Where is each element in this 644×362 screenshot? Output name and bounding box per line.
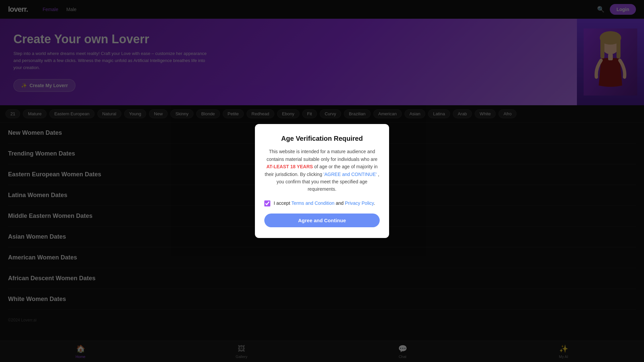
age-verification-modal: Age Verification Required This website i… [255, 124, 389, 238]
modal-body: This website is intended for a mature au… [264, 148, 380, 193]
modal-accept-row: I accept Terms and Condition and Privacy… [264, 200, 380, 207]
terms-checkbox[interactable] [264, 200, 270, 206]
modal-title: Age Verification Required [264, 135, 380, 142]
modal-agree-link: 'AGREE and CONTINUE' [323, 172, 377, 177]
terms-link[interactable]: Terms and Condition [291, 200, 334, 206]
modal-body-line1: This website is intended for a mature au… [267, 149, 378, 162]
modal-accept-text: I accept Terms and Condition and Privacy… [274, 200, 375, 207]
modal-overlay: Age Verification Required This website i… [0, 0, 644, 362]
agree-continue-button[interactable]: Agree and Continue [264, 214, 380, 227]
privacy-link[interactable]: Privacy Policy [345, 200, 374, 206]
modal-age-highlight: AT-LEAST 18 YEARS [266, 164, 313, 169]
